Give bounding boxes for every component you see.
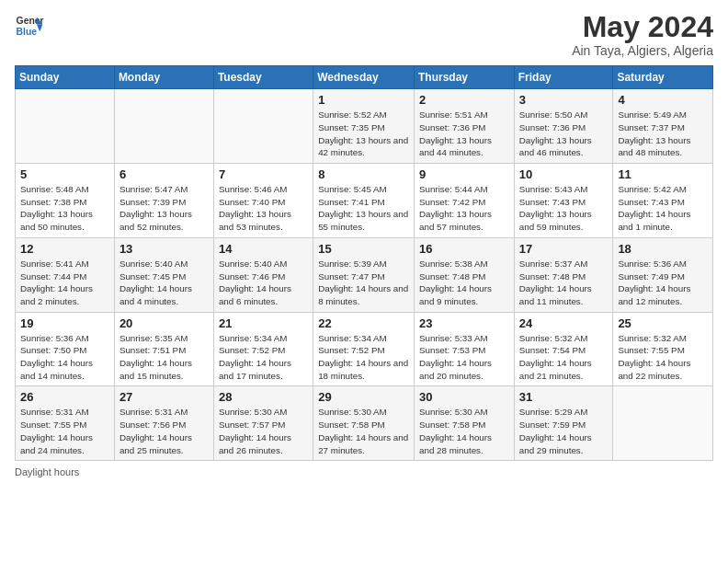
calendar-day-cell: 29Sunrise: 5:30 AM Sunset: 7:58 PM Dayli… xyxy=(313,386,415,461)
day-info: Sunrise: 5:33 AM Sunset: 7:53 PM Dayligh… xyxy=(419,332,509,383)
calendar-day-cell: 19Sunrise: 5:36 AM Sunset: 7:50 PM Dayli… xyxy=(16,312,115,386)
svg-text:Blue: Blue xyxy=(17,27,38,37)
calendar-week-row: 5Sunrise: 5:48 AM Sunset: 7:38 PM Daylig… xyxy=(16,164,713,238)
calendar-day-header: Wednesday xyxy=(313,66,415,89)
calendar-day-cell: 22Sunrise: 5:34 AM Sunset: 7:52 PM Dayli… xyxy=(313,312,415,386)
logo: General Blue xyxy=(15,11,44,40)
day-info: Sunrise: 5:46 AM Sunset: 7:40 PM Dayligh… xyxy=(219,183,308,234)
day-number: 27 xyxy=(119,390,209,404)
calendar-day-header: Saturday xyxy=(613,66,713,89)
day-info: Sunrise: 5:32 AM Sunset: 7:55 PM Dayligh… xyxy=(618,332,708,383)
day-info: Sunrise: 5:45 AM Sunset: 7:41 PM Dayligh… xyxy=(318,183,409,234)
calendar-day-cell: 4Sunrise: 5:49 AM Sunset: 7:37 PM Daylig… xyxy=(613,89,713,164)
calendar-day-cell: 30Sunrise: 5:30 AM Sunset: 7:58 PM Dayli… xyxy=(415,386,515,461)
calendar-day-cell: 17Sunrise: 5:37 AM Sunset: 7:48 PM Dayli… xyxy=(514,237,613,312)
day-number: 11 xyxy=(618,167,708,181)
calendar-week-row: 19Sunrise: 5:36 AM Sunset: 7:50 PM Dayli… xyxy=(16,312,713,386)
calendar-day-cell: 20Sunrise: 5:35 AM Sunset: 7:51 PM Dayli… xyxy=(114,312,213,386)
calendar-day-cell: 23Sunrise: 5:33 AM Sunset: 7:53 PM Dayli… xyxy=(415,312,515,386)
calendar-day-cell: 10Sunrise: 5:43 AM Sunset: 7:43 PM Dayli… xyxy=(514,164,613,238)
calendar-week-row: 1Sunrise: 5:52 AM Sunset: 7:35 PM Daylig… xyxy=(16,89,713,164)
day-number: 13 xyxy=(119,242,209,256)
calendar-day-cell: 11Sunrise: 5:42 AM Sunset: 7:43 PM Dayli… xyxy=(613,164,713,238)
calendar-day-cell: 5Sunrise: 5:48 AM Sunset: 7:38 PM Daylig… xyxy=(16,164,115,238)
calendar-day-header: Monday xyxy=(114,66,213,89)
day-info: Sunrise: 5:39 AM Sunset: 7:47 PM Dayligh… xyxy=(318,258,409,308)
calendar-day-cell: 27Sunrise: 5:31 AM Sunset: 7:56 PM Dayli… xyxy=(114,386,213,461)
calendar-day-cell xyxy=(114,89,213,164)
calendar-day-cell xyxy=(613,386,713,461)
header: General Blue May 2024 Ain Taya, Algiers,… xyxy=(15,11,713,58)
day-number: 6 xyxy=(119,167,209,181)
day-info: Sunrise: 5:44 AM Sunset: 7:42 PM Dayligh… xyxy=(419,183,509,234)
calendar-day-cell: 24Sunrise: 5:32 AM Sunset: 7:54 PM Dayli… xyxy=(514,312,613,386)
calendar-day-cell xyxy=(16,89,115,164)
day-number: 25 xyxy=(618,316,708,330)
day-number: 12 xyxy=(20,242,109,256)
sub-title: Ain Taya, Algiers, Algeria xyxy=(572,43,713,58)
day-info: Sunrise: 5:34 AM Sunset: 7:52 PM Dayligh… xyxy=(318,332,409,383)
calendar-week-row: 26Sunrise: 5:31 AM Sunset: 7:55 PM Dayli… xyxy=(16,386,713,461)
day-info: Sunrise: 5:51 AM Sunset: 7:36 PM Dayligh… xyxy=(419,109,509,159)
day-number: 7 xyxy=(219,167,308,181)
calendar-day-cell: 1Sunrise: 5:52 AM Sunset: 7:35 PM Daylig… xyxy=(313,89,415,164)
day-info: Sunrise: 5:30 AM Sunset: 7:58 PM Dayligh… xyxy=(318,406,409,456)
day-number: 10 xyxy=(519,167,609,181)
day-info: Sunrise: 5:42 AM Sunset: 7:43 PM Dayligh… xyxy=(618,183,708,234)
calendar-day-cell: 13Sunrise: 5:40 AM Sunset: 7:45 PM Dayli… xyxy=(114,237,213,312)
calendar-day-cell: 3Sunrise: 5:50 AM Sunset: 7:36 PM Daylig… xyxy=(514,89,613,164)
day-number: 26 xyxy=(20,390,109,404)
day-number: 15 xyxy=(318,242,409,256)
day-number: 1 xyxy=(318,93,409,107)
calendar-day-cell: 15Sunrise: 5:39 AM Sunset: 7:47 PM Dayli… xyxy=(313,237,415,312)
day-number: 31 xyxy=(519,390,609,404)
day-number: 14 xyxy=(219,242,308,256)
day-info: Sunrise: 5:34 AM Sunset: 7:52 PM Dayligh… xyxy=(219,332,308,383)
day-number: 23 xyxy=(419,316,509,330)
calendar-day-header: Tuesday xyxy=(213,66,313,89)
calendar-day-cell: 16Sunrise: 5:38 AM Sunset: 7:48 PM Dayli… xyxy=(415,237,515,312)
day-info: Sunrise: 5:31 AM Sunset: 7:56 PM Dayligh… xyxy=(119,406,209,456)
calendar-day-cell: 9Sunrise: 5:44 AM Sunset: 7:42 PM Daylig… xyxy=(415,164,515,238)
page: General Blue May 2024 Ain Taya, Algiers,… xyxy=(0,0,728,563)
calendar-table: SundayMondayTuesdayWednesdayThursdayFrid… xyxy=(15,65,713,461)
calendar-day-cell: 12Sunrise: 5:41 AM Sunset: 7:44 PM Dayli… xyxy=(16,237,115,312)
day-number: 4 xyxy=(618,93,708,107)
calendar-day-cell: 21Sunrise: 5:34 AM Sunset: 7:52 PM Dayli… xyxy=(213,312,313,386)
logo-icon: General Blue xyxy=(15,11,44,40)
day-info: Sunrise: 5:47 AM Sunset: 7:39 PM Dayligh… xyxy=(119,183,209,234)
day-number: 8 xyxy=(318,167,409,181)
calendar-week-row: 12Sunrise: 5:41 AM Sunset: 7:44 PM Dayli… xyxy=(16,237,713,312)
calendar-day-cell: 6Sunrise: 5:47 AM Sunset: 7:39 PM Daylig… xyxy=(114,164,213,238)
day-number: 5 xyxy=(20,167,109,181)
day-number: 16 xyxy=(419,242,509,256)
calendar-day-cell: 25Sunrise: 5:32 AM Sunset: 7:55 PM Dayli… xyxy=(613,312,713,386)
day-number: 2 xyxy=(419,93,509,107)
day-info: Sunrise: 5:36 AM Sunset: 7:49 PM Dayligh… xyxy=(618,258,708,308)
day-number: 18 xyxy=(618,242,708,256)
day-number: 19 xyxy=(20,316,109,330)
day-number: 22 xyxy=(318,316,409,330)
calendar-day-cell: 14Sunrise: 5:40 AM Sunset: 7:46 PM Dayli… xyxy=(213,237,313,312)
day-info: Sunrise: 5:49 AM Sunset: 7:37 PM Dayligh… xyxy=(618,109,708,159)
day-info: Sunrise: 5:48 AM Sunset: 7:38 PM Dayligh… xyxy=(20,183,109,234)
day-info: Sunrise: 5:37 AM Sunset: 7:48 PM Dayligh… xyxy=(519,258,609,308)
calendar-day-header: Thursday xyxy=(415,66,515,89)
title-block: May 2024 Ain Taya, Algiers, Algeria xyxy=(572,11,713,58)
calendar-day-header: Friday xyxy=(514,66,613,89)
calendar-day-header: Sunday xyxy=(16,66,115,89)
calendar-day-cell: 8Sunrise: 5:45 AM Sunset: 7:41 PM Daylig… xyxy=(313,164,415,238)
day-info: Sunrise: 5:41 AM Sunset: 7:44 PM Dayligh… xyxy=(20,258,109,308)
calendar-day-cell: 2Sunrise: 5:51 AM Sunset: 7:36 PM Daylig… xyxy=(415,89,515,164)
calendar-day-cell: 26Sunrise: 5:31 AM Sunset: 7:55 PM Dayli… xyxy=(16,386,115,461)
day-info: Sunrise: 5:35 AM Sunset: 7:51 PM Dayligh… xyxy=(119,332,209,383)
svg-marker-3 xyxy=(37,24,42,31)
day-info: Sunrise: 5:29 AM Sunset: 7:59 PM Dayligh… xyxy=(519,406,609,456)
calendar-day-cell: 7Sunrise: 5:46 AM Sunset: 7:40 PM Daylig… xyxy=(213,164,313,238)
day-number: 20 xyxy=(119,316,209,330)
day-info: Sunrise: 5:36 AM Sunset: 7:50 PM Dayligh… xyxy=(20,332,109,383)
day-info: Sunrise: 5:31 AM Sunset: 7:55 PM Dayligh… xyxy=(20,406,109,456)
calendar-header-row: SundayMondayTuesdayWednesdayThursdayFrid… xyxy=(16,66,713,89)
day-number: 17 xyxy=(519,242,609,256)
day-info: Sunrise: 5:50 AM Sunset: 7:36 PM Dayligh… xyxy=(519,109,609,159)
